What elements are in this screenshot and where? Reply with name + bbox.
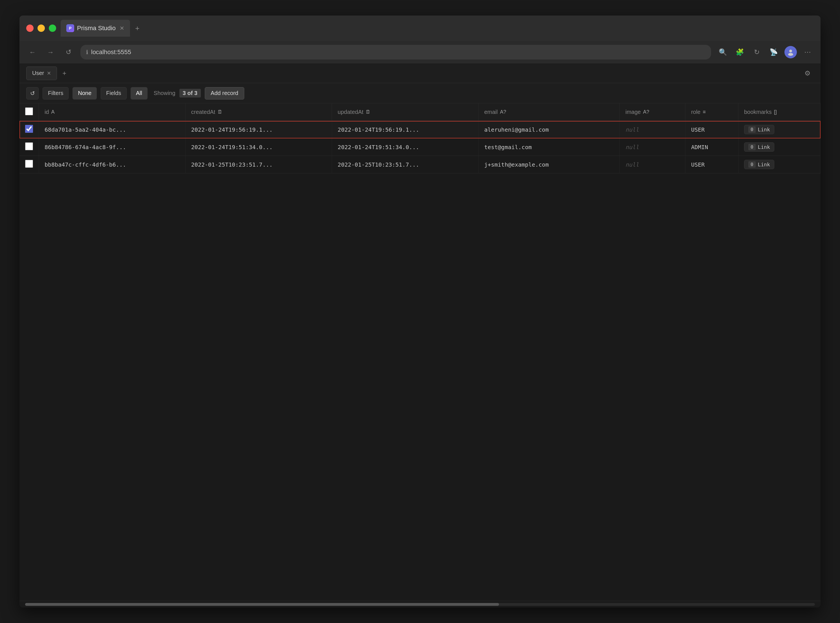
info-icon: ℹ [86, 49, 88, 55]
scrollbar-thumb[interactable] [25, 603, 499, 606]
forward-button[interactable]: → [44, 46, 57, 58]
row-checkbox-cell[interactable] [20, 156, 39, 173]
bookmarks-col-badge: [] [774, 109, 777, 115]
horizontal-scrollbar[interactable] [20, 601, 820, 608]
data-toolbar: ↺ Filters None Fields All Showing 3 of 3… [20, 83, 820, 103]
bookmarks-link-label-0[interactable]: Link [758, 127, 770, 132]
browser-tab-prisma[interactable]: P Prisma Studio ✕ [61, 20, 130, 37]
address-input-container[interactable]: ℹ localhost:5555 [80, 45, 711, 60]
bookmarks-link-badge-0[interactable]: 0 Link [744, 125, 774, 134]
row-checkbox-cell[interactable] [20, 121, 39, 138]
table-row[interactable]: 68da701a-5aa2-404a-bc... 2022-01-24T19:5… [20, 121, 820, 138]
row-role-1: ADMIN [685, 138, 738, 156]
user-tab[interactable]: User ✕ [26, 66, 57, 80]
role-col-badge: ≡ [703, 109, 706, 115]
settings-button[interactable]: ⚙ [802, 67, 814, 80]
filters-button[interactable]: Filters [43, 87, 69, 100]
bookmarks-link-label-1[interactable]: Link [758, 144, 770, 150]
row-bookmarks-2[interactable]: 0 Link [738, 156, 820, 173]
table-row[interactable]: 86b84786-674a-4ac8-9f... 2022-01-24T19:5… [20, 138, 820, 156]
browser-toolbar-icons: 🔍 🧩 ↻ 📡 ⋯ [717, 46, 814, 58]
tab-close-button[interactable]: ✕ [120, 25, 125, 32]
email-col-badge: A? [500, 109, 506, 115]
createdat-column-header[interactable]: createdAt 🗓 [185, 103, 332, 121]
row-checkbox-2[interactable] [25, 160, 33, 168]
createdat-col-label: createdAt [191, 109, 215, 115]
close-traffic-light[interactable] [26, 25, 34, 32]
address-bar: ← → ↺ ℹ localhost:5555 🔍 🧩 ↻ 📡 ⋯ [20, 41, 820, 63]
bookmarks-column-header[interactable]: bookmarks [] [738, 103, 820, 121]
row-createdat-2: 2022-01-25T10:23:51.7... [185, 156, 332, 173]
row-bookmarks-1[interactable]: 0 Link [738, 138, 820, 156]
none-filter-button[interactable]: None [72, 87, 97, 100]
back-button[interactable]: ← [26, 46, 38, 58]
svg-point-1 [788, 53, 793, 56]
row-checkbox-1[interactable] [25, 142, 33, 150]
user-tab-label: User [32, 70, 44, 77]
role-column-header[interactable]: role ≡ [685, 103, 738, 121]
minimize-traffic-light[interactable] [37, 25, 45, 32]
zoom-button[interactable]: 🔍 [717, 46, 729, 58]
updatedat-col-badge: 🗓 [366, 109, 371, 115]
user-tab-close[interactable]: ✕ [47, 70, 51, 77]
reload-button[interactable]: ↺ [62, 46, 75, 58]
role-col-label: role [691, 109, 700, 115]
createdat-col-badge: 🗓 [217, 109, 223, 115]
app-tab-strip: User ✕ + ⚙ [20, 63, 820, 83]
id-col-label: id [45, 109, 49, 115]
row-image-2: null [620, 156, 685, 173]
bookmarks-count-2: 0 [748, 161, 756, 168]
checkbox-header [20, 103, 39, 121]
fields-button[interactable]: Fields [101, 87, 126, 100]
row-id-0: 68da701a-5aa2-404a-bc... [39, 121, 186, 138]
all-fields-button[interactable]: All [131, 87, 148, 100]
table-body: 68da701a-5aa2-404a-bc... 2022-01-24T19:5… [20, 121, 820, 173]
add-record-button[interactable]: Add record [205, 87, 244, 100]
tab-title-label: Prisma Studio [77, 25, 115, 32]
maximize-traffic-light[interactable] [49, 25, 56, 32]
title-bar: P Prisma Studio ✕ + [20, 15, 820, 41]
tab-favicon: P [66, 24, 74, 32]
bookmarks-link-badge-1[interactable]: 0 Link [744, 142, 774, 152]
row-image-0: null [620, 121, 685, 138]
extensions-button[interactable]: 🧩 [734, 46, 746, 58]
showing-label: Showing [154, 90, 175, 97]
more-options-button[interactable]: ⋯ [802, 46, 814, 58]
row-id-2: bb8ba47c-cffc-4df6-b6... [39, 156, 186, 173]
row-updatedat-1: 2022-01-24T19:51:34.0... [332, 138, 478, 156]
row-id-1: 86b84786-674a-4ac8-9f... [39, 138, 186, 156]
image-column-header[interactable]: image A? [620, 103, 685, 121]
select-all-checkbox[interactable] [25, 107, 33, 115]
scrollbar-track [25, 603, 815, 606]
profile-avatar[interactable] [785, 46, 797, 58]
id-column-header[interactable]: id A [39, 103, 186, 121]
row-email-1: test@gmail.com [478, 138, 620, 156]
updatedat-column-header[interactable]: updatedAt 🗓 [332, 103, 478, 121]
bookmarks-count-1: 0 [748, 144, 756, 150]
add-tab-button[interactable]: + [58, 68, 70, 79]
cast-button[interactable]: 📡 [768, 46, 780, 58]
bookmarks-link-label-2[interactable]: Link [758, 161, 770, 167]
data-table: id A createdAt 🗓 update [20, 103, 820, 173]
url-display: localhost:5555 [91, 49, 131, 56]
traffic-lights [26, 25, 56, 32]
row-email-0: aleruheni@gmail.com [478, 121, 620, 138]
new-tab-button[interactable]: + [131, 22, 143, 34]
row-createdat-0: 2022-01-24T19:56:19.1... [185, 121, 332, 138]
refresh-button[interactable]: ↺ [26, 87, 38, 100]
email-column-header[interactable]: email A? [478, 103, 620, 121]
sync-button[interactable]: ↻ [751, 46, 763, 58]
row-checkbox-0[interactable] [25, 125, 33, 133]
row-checkbox-cell[interactable] [20, 138, 39, 156]
row-image-1: null [620, 138, 685, 156]
row-bookmarks-0[interactable]: 0 Link [738, 121, 820, 138]
table-header-row: id A createdAt 🗓 update [20, 103, 820, 121]
data-table-container[interactable]: id A createdAt 🗓 update [20, 103, 820, 601]
email-col-label: email [484, 109, 498, 115]
table-row[interactable]: bb8ba47c-cffc-4df6-b6... 2022-01-25T10:2… [20, 156, 820, 173]
bookmarks-col-label: bookmarks [744, 109, 772, 115]
bookmarks-link-badge-2[interactable]: 0 Link [744, 160, 774, 169]
image-col-badge: A? [643, 109, 649, 115]
image-col-label: image [625, 109, 641, 115]
row-role-2: USER [685, 156, 738, 173]
